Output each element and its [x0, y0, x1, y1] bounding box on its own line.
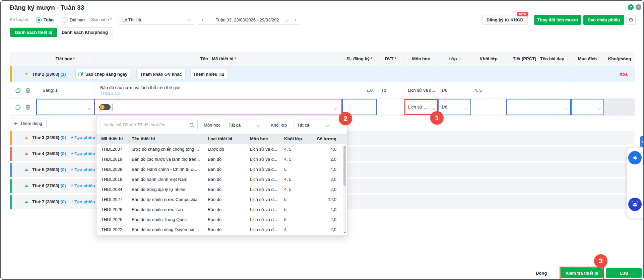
device-option[interactable]: THDL2025Bản đồ tự nhiên Trung Quốc Bản đ… — [96, 215, 347, 225]
scroll-down-arrow-icon[interactable] — [343, 232, 346, 234]
help-icon[interactable]: ? — [628, 4, 634, 10]
device-option[interactable]: THDL2037lược đồ kháng chiến chống tổng .… — [96, 144, 347, 154]
device-option[interactable]: THDL2028Bản đồ Hành chính - Chính trị Đ.… — [96, 164, 347, 174]
column-class[interactable]: Lớp — [438, 52, 471, 66]
footer-divider — [1, 263, 643, 263]
expand-triangle-icon[interactable] — [24, 201, 28, 203]
class-cell: 1/6 — [438, 82, 471, 98]
day-color-bar — [10, 147, 12, 161]
expand-triangle-icon[interactable] — [24, 136, 28, 139]
tab-room-list[interactable]: Danh sách Kho/phòng — [57, 28, 113, 37]
purpose-cell — [571, 82, 604, 98]
device-row: Sáng: 1 Bản đồ các nước và lãnh thổ trên… — [10, 82, 635, 99]
unit-cell: Tờ — [377, 82, 404, 98]
annotation-step-1: 1 — [430, 111, 444, 125]
period-cell: Sáng: 1 — [36, 82, 94, 98]
column-grade: Khối lớp — [471, 52, 506, 66]
device-list: THDL2037lược đồ kháng chiến chống tổng .… — [96, 144, 347, 235]
expand-triangle-icon[interactable] — [24, 168, 28, 171]
scrollbar-thumb[interactable] — [343, 146, 346, 186]
device-search-cell[interactable] — [94, 99, 342, 115]
device-option[interactable]: THDL2034Bản đồ trống địa lý tự nhiên Bản… — [96, 185, 347, 195]
radio-longterm-label[interactable]: Dài hạn — [70, 17, 85, 22]
announcement-button[interactable] — [628, 151, 642, 164]
create-ticket-link[interactable]: + Tạo phiếu — [71, 183, 95, 188]
column-period: Tiết học* — [36, 52, 94, 66]
filter-grade-select[interactable]: Tất cả — [294, 120, 332, 130]
device-filter-toggle[interactable] — [99, 104, 111, 110]
close-icon[interactable]: ✕ — [636, 4, 641, 10]
week-select[interactable]: Tuần 33: 23/03/2026 - 29/03/202 — [207, 15, 291, 24]
filter-subject-select[interactable]: Tất cả — [225, 120, 263, 130]
device-option[interactable]: THDL2018Bản đồ hành chính Việt Nam Bản đ… — [96, 174, 347, 185]
chatbot-button[interactable] — [628, 198, 642, 211]
device-option[interactable]: THDL2026Bản đồ tự nhiên nước Lào Bản đồL… — [96, 205, 347, 215]
save-button[interactable]: Lưu — [606, 268, 642, 278]
device-code: THDL2019 — [100, 91, 120, 96]
chevron-down-icon — [325, 123, 329, 127]
trash-icon[interactable] — [25, 104, 30, 110]
radio-week-label[interactable]: Tuần — [44, 17, 54, 22]
ppct-select[interactable] — [506, 99, 571, 115]
annotation-step-2: 2 — [339, 112, 352, 125]
close-button[interactable]: Đóng — [526, 268, 557, 278]
chevron-down-icon — [285, 18, 288, 21]
expand-triangle-icon[interactable] — [24, 185, 28, 187]
chevron-down-icon — [564, 106, 568, 110]
day-label: Thứ 2 (23/03) (1) — [32, 72, 66, 77]
device-search-box — [101, 120, 198, 130]
day-color-bar — [10, 66, 12, 82]
teacher-select[interactable]: Lê Thị Hà — [119, 15, 194, 25]
copy-ticket-button[interactable]: Sao chép phiếu — [583, 15, 624, 25]
day-group-monday: Thứ 2 (23/03) (1) Sao chép sang ngày Tha… — [10, 66, 635, 82]
duplicate-row-icon[interactable] — [15, 104, 21, 110]
teacher-label: Giáo viên * — [90, 17, 112, 22]
qty-cell: 1,0 — [342, 82, 377, 98]
storage-cell — [604, 82, 635, 98]
column-actions — [10, 52, 36, 66]
add-many-devices-button[interactable]: Thêm nhiều TB — [190, 69, 227, 79]
period-select[interactable] — [36, 99, 94, 115]
change-schedule-button[interactable]: Thay đổi lịch mượn — [534, 15, 581, 25]
chevron-right-icon: › — [642, 140, 643, 144]
device-option[interactable]: THDL2022Bản đồ tự nhiên vùng Duyên hải .… — [96, 225, 347, 235]
robot-mascot-icon — [631, 200, 639, 209]
gear-icon: ⚙ — [628, 16, 633, 23]
week-prev-button[interactable]: ‹ — [198, 15, 207, 24]
device-option[interactable]: THDL2019Bản đồ các nước và lãnh thổ trên… — [96, 154, 347, 164]
purpose-select[interactable] — [571, 99, 604, 115]
column-qty: SL đăng ký* — [342, 52, 377, 66]
duplicate-row-icon[interactable] — [15, 88, 21, 93]
device-search-input[interactable] — [101, 123, 189, 127]
check-devices-button[interactable]: Kiểm tra thiết bị — [561, 268, 603, 278]
device-option[interactable]: THDL2027Bản đồ tự nhiên nước Campuchia B… — [96, 195, 347, 205]
week-next-button[interactable]: › — [291, 15, 300, 24]
class-select[interactable]: 1/6 — [438, 99, 471, 115]
column-unit: ĐVT* — [377, 52, 404, 66]
toggle-knob — [100, 105, 105, 110]
radio-longterm[interactable] — [62, 17, 68, 23]
trash-icon[interactable] — [25, 88, 30, 93]
copy-to-day-button[interactable]: Sao chép sang ngày — [75, 69, 130, 79]
create-ticket-link[interactable]: + Tạo phiếu — [71, 167, 95, 172]
create-ticket-link[interactable]: + Tạo phiếu — [71, 135, 95, 140]
radio-week[interactable] — [36, 17, 42, 23]
collapse-triangle-icon[interactable] — [24, 73, 28, 75]
column-ppct: Tiết (PPCT) - Tên bài dạy — [506, 52, 571, 66]
scrollbar-track[interactable] — [343, 146, 346, 233]
create-ticket-link[interactable]: + Tạo phiếu — [71, 151, 95, 156]
side-panel-expand-tab[interactable]: › — [640, 136, 644, 147]
create-ticket-link[interactable]: + Tạo phiếu — [71, 199, 95, 204]
day-color-bar — [10, 131, 12, 145]
consult-other-teachers-button[interactable]: Tham khảo GV khác — [136, 69, 186, 79]
delete-day-link[interactable]: Xóa — [620, 72, 628, 77]
expand-triangle-icon[interactable] — [24, 152, 28, 155]
register-from-khgd-button[interactable]: Đăng ký từ KHGD — [482, 15, 528, 25]
settings-button[interactable]: ⚙ — [626, 15, 636, 25]
grade-cell-empty — [471, 99, 506, 115]
device-list-header: Mã thiết bị Tên thiết bị Loại thiết bị M… — [96, 134, 347, 144]
tab-device-list[interactable]: Danh sách thiết bị — [10, 28, 57, 37]
day-color-bar — [10, 195, 12, 209]
search-icon — [189, 123, 194, 128]
add-row-button[interactable]: + Thêm dòng — [10, 119, 47, 128]
